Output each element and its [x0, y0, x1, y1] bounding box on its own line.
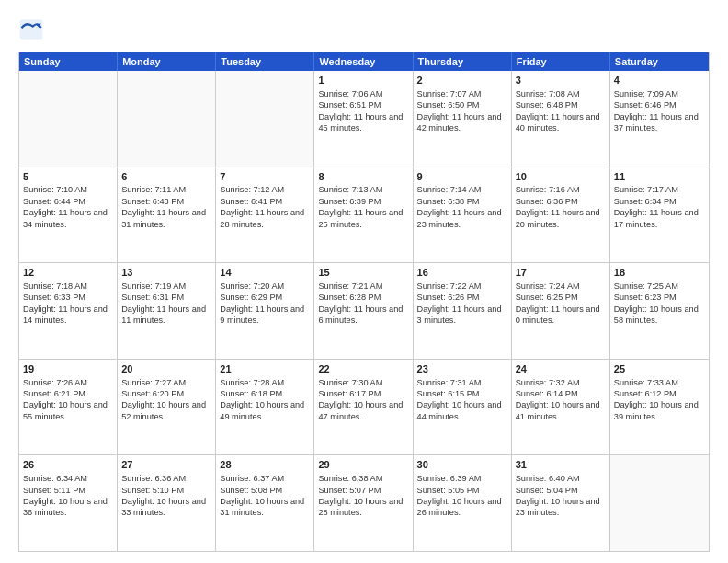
calendar-cell: [610, 455, 709, 551]
day-info: Sunrise: 7:09 AM Sunset: 6:46 PM Dayligh…: [614, 88, 705, 134]
logo-icon: [18, 17, 44, 42]
calendar-row-3: 12Sunrise: 7:18 AM Sunset: 6:33 PM Dayli…: [19, 262, 709, 359]
day-info: Sunrise: 7:30 AM Sunset: 6:17 PM Dayligh…: [318, 377, 408, 423]
calendar-cell: 11Sunrise: 7:17 AM Sunset: 6:34 PM Dayli…: [610, 167, 709, 263]
calendar-row-2: 5Sunrise: 7:10 AM Sunset: 6:44 PM Daylig…: [19, 167, 709, 263]
day-number: 11: [614, 170, 705, 184]
day-info: Sunrise: 7:33 AM Sunset: 6:12 PM Dayligh…: [614, 377, 705, 423]
day-number: 12: [23, 266, 113, 280]
day-info: Sunrise: 7:20 AM Sunset: 6:29 PM Dayligh…: [220, 281, 310, 327]
svg-rect-0: [20, 20, 43, 40]
header-day-saturday: Saturday: [610, 52, 709, 71]
day-number: 31: [516, 458, 606, 472]
day-info: Sunrise: 7:11 AM Sunset: 6:43 PM Dayligh…: [121, 184, 211, 230]
day-number: 10: [516, 170, 606, 184]
calendar-cell: 12Sunrise: 7:18 AM Sunset: 6:33 PM Dayli…: [19, 263, 118, 359]
day-number: 7: [220, 170, 310, 184]
calendar-cell: [216, 71, 314, 167]
calendar-cell: 19Sunrise: 7:26 AM Sunset: 6:21 PM Dayli…: [19, 360, 118, 455]
day-info: Sunrise: 7:17 AM Sunset: 6:34 PM Dayligh…: [614, 184, 705, 230]
day-info: Sunrise: 7:12 AM Sunset: 6:41 PM Dayligh…: [220, 184, 310, 230]
day-info: Sunrise: 7:18 AM Sunset: 6:33 PM Dayligh…: [23, 281, 113, 327]
day-number: 1: [318, 74, 408, 87]
day-info: Sunrise: 6:36 AM Sunset: 5:10 PM Dayligh…: [121, 473, 211, 519]
day-info: Sunrise: 6:39 AM Sunset: 5:05 PM Dayligh…: [417, 473, 507, 519]
day-info: Sunrise: 7:27 AM Sunset: 6:20 PM Dayligh…: [121, 377, 211, 423]
calendar-cell: 10Sunrise: 7:16 AM Sunset: 6:36 PM Dayli…: [512, 167, 610, 263]
day-number: 22: [318, 362, 408, 376]
day-number: 24: [516, 362, 606, 376]
day-number: 29: [318, 458, 408, 472]
calendar-row-5: 26Sunrise: 6:34 AM Sunset: 5:11 PM Dayli…: [19, 454, 709, 551]
calendar-cell: 9Sunrise: 7:14 AM Sunset: 6:38 PM Daylig…: [414, 167, 512, 263]
day-number: 4: [614, 74, 705, 87]
calendar-cell: [118, 71, 216, 167]
calendar-cell: 2Sunrise: 7:07 AM Sunset: 6:50 PM Daylig…: [414, 71, 512, 167]
calendar-row-4: 19Sunrise: 7:26 AM Sunset: 6:21 PM Dayli…: [19, 359, 709, 455]
day-number: 23: [417, 362, 507, 376]
day-info: Sunrise: 6:38 AM Sunset: 5:07 PM Dayligh…: [318, 473, 408, 519]
day-info: Sunrise: 7:25 AM Sunset: 6:23 PM Dayligh…: [614, 281, 705, 327]
calendar-row-1: 1Sunrise: 7:06 AM Sunset: 6:51 PM Daylig…: [19, 71, 709, 167]
calendar-cell: 29Sunrise: 6:38 AM Sunset: 5:07 PM Dayli…: [314, 455, 413, 551]
day-number: 2: [417, 74, 507, 87]
day-info: Sunrise: 7:31 AM Sunset: 6:15 PM Dayligh…: [417, 377, 507, 423]
calendar-cell: 30Sunrise: 6:39 AM Sunset: 5:05 PM Dayli…: [414, 455, 512, 551]
calendar-cell: 6Sunrise: 7:11 AM Sunset: 6:43 PM Daylig…: [118, 167, 216, 263]
calendar-cell: 26Sunrise: 6:34 AM Sunset: 5:11 PM Dayli…: [19, 455, 118, 551]
day-number: 27: [121, 458, 211, 472]
calendar-cell: 23Sunrise: 7:31 AM Sunset: 6:15 PM Dayli…: [414, 360, 512, 455]
logo: [18, 17, 48, 42]
calendar-cell: 17Sunrise: 7:24 AM Sunset: 6:25 PM Dayli…: [512, 263, 610, 359]
day-number: 5: [23, 170, 113, 184]
calendar-cell: 24Sunrise: 7:32 AM Sunset: 6:14 PM Dayli…: [512, 360, 610, 455]
header-day-tuesday: Tuesday: [216, 52, 314, 71]
header-day-friday: Friday: [512, 52, 610, 71]
calendar-cell: 25Sunrise: 7:33 AM Sunset: 6:12 PM Dayli…: [610, 360, 709, 455]
calendar-cell: 13Sunrise: 7:19 AM Sunset: 6:31 PM Dayli…: [118, 263, 216, 359]
day-info: Sunrise: 7:32 AM Sunset: 6:14 PM Dayligh…: [516, 377, 606, 423]
calendar-cell: 4Sunrise: 7:09 AM Sunset: 6:46 PM Daylig…: [610, 71, 709, 167]
day-number: 13: [121, 266, 211, 280]
calendar-cell: 3Sunrise: 7:08 AM Sunset: 6:48 PM Daylig…: [512, 71, 610, 167]
header-day-thursday: Thursday: [414, 52, 512, 71]
day-info: Sunrise: 7:21 AM Sunset: 6:28 PM Dayligh…: [318, 281, 408, 327]
day-info: Sunrise: 7:16 AM Sunset: 6:36 PM Dayligh…: [516, 184, 606, 230]
header-day-monday: Monday: [118, 52, 216, 71]
day-info: Sunrise: 7:24 AM Sunset: 6:25 PM Dayligh…: [516, 281, 606, 327]
calendar-cell: 8Sunrise: 7:13 AM Sunset: 6:39 PM Daylig…: [314, 167, 413, 263]
calendar-cell: 15Sunrise: 7:21 AM Sunset: 6:28 PM Dayli…: [314, 263, 413, 359]
page: SundayMondayTuesdayWednesdayThursdayFrid…: [0, 0, 728, 563]
day-info: Sunrise: 7:26 AM Sunset: 6:21 PM Dayligh…: [23, 377, 113, 423]
calendar-cell: [19, 71, 118, 167]
day-info: Sunrise: 7:08 AM Sunset: 6:48 PM Dayligh…: [516, 88, 606, 134]
day-info: Sunrise: 6:40 AM Sunset: 5:04 PM Dayligh…: [516, 473, 606, 519]
calendar-cell: 16Sunrise: 7:22 AM Sunset: 6:26 PM Dayli…: [414, 263, 512, 359]
calendar-body: 1Sunrise: 7:06 AM Sunset: 6:51 PM Daylig…: [19, 71, 709, 551]
day-info: Sunrise: 6:37 AM Sunset: 5:08 PM Dayligh…: [220, 473, 310, 519]
header-day-wednesday: Wednesday: [314, 52, 413, 71]
day-number: 20: [121, 362, 211, 376]
calendar-cell: 21Sunrise: 7:28 AM Sunset: 6:18 PM Dayli…: [216, 360, 314, 455]
header: [18, 17, 710, 42]
calendar-cell: 20Sunrise: 7:27 AM Sunset: 6:20 PM Dayli…: [118, 360, 216, 455]
day-info: Sunrise: 7:19 AM Sunset: 6:31 PM Dayligh…: [121, 281, 211, 327]
calendar-cell: 22Sunrise: 7:30 AM Sunset: 6:17 PM Dayli…: [314, 360, 413, 455]
calendar-cell: 14Sunrise: 7:20 AM Sunset: 6:29 PM Dayli…: [216, 263, 314, 359]
day-number: 16: [417, 266, 507, 280]
day-info: Sunrise: 7:07 AM Sunset: 6:50 PM Dayligh…: [417, 88, 507, 134]
day-number: 18: [614, 266, 705, 280]
day-number: 14: [220, 266, 310, 280]
day-info: Sunrise: 6:34 AM Sunset: 5:11 PM Dayligh…: [23, 473, 113, 519]
day-number: 8: [318, 170, 408, 184]
calendar-cell: 5Sunrise: 7:10 AM Sunset: 6:44 PM Daylig…: [19, 167, 118, 263]
header-day-sunday: Sunday: [19, 52, 118, 71]
calendar-header: SundayMondayTuesdayWednesdayThursdayFrid…: [19, 52, 709, 71]
day-number: 19: [23, 362, 113, 376]
day-info: Sunrise: 7:14 AM Sunset: 6:38 PM Dayligh…: [417, 184, 507, 230]
day-info: Sunrise: 7:22 AM Sunset: 6:26 PM Dayligh…: [417, 281, 507, 327]
day-number: 28: [220, 458, 310, 472]
day-number: 17: [516, 266, 606, 280]
day-number: 6: [121, 170, 211, 184]
day-info: Sunrise: 7:10 AM Sunset: 6:44 PM Dayligh…: [23, 184, 113, 230]
